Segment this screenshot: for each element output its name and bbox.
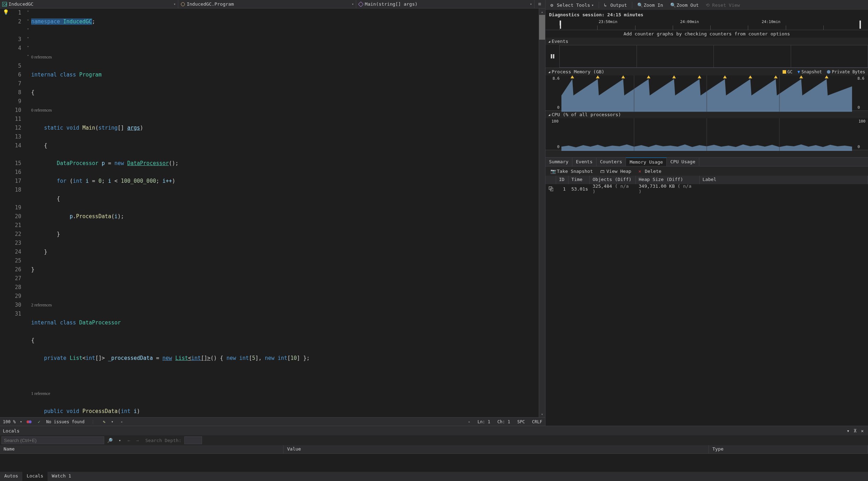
col-id[interactable]: ID: [556, 176, 569, 184]
tab-counters[interactable]: Counters: [597, 158, 626, 166]
cpu-section-header[interactable]: ◢CPU (% of all processors): [545, 111, 868, 118]
check-icon: ✓: [36, 419, 42, 425]
svg-rect-6: [551, 54, 552, 58]
locals-columns: Name Value Type: [0, 445, 868, 454]
search-depth-dropdown[interactable]: [184, 436, 202, 444]
svg-marker-18: [825, 75, 828, 78]
nav-forward-icon[interactable]: →: [134, 438, 141, 443]
editor-status-bar: 100 % ▾ ✓ No issues found | ✎ ▾ ◂ ▸ Ln: …: [0, 417, 545, 426]
search-icon[interactable]: 🔎: [106, 438, 114, 443]
memory-section-header[interactable]: ◢Process Memory (GB) GC ▼Snapshot Privat…: [545, 68, 868, 75]
code-content[interactable]: namespace InducedGC; 0 references intern…: [31, 9, 539, 417]
events-section-header[interactable]: ◢Events: [545, 38, 868, 45]
tab-summary[interactable]: Summary: [545, 158, 572, 166]
delete-button[interactable]: ✕Delete: [636, 168, 663, 175]
reset-view-button[interactable]: ⟲Reset View: [704, 2, 742, 9]
chevron-down-icon[interactable]: ▾: [20, 420, 22, 424]
brush-icon[interactable]: ✎: [101, 419, 107, 425]
col-value[interactable]: Value: [284, 445, 709, 453]
svg-marker-16: [774, 75, 778, 78]
svg-text:C#: C#: [3, 3, 7, 6]
method-icon: [358, 2, 363, 7]
chevron-down-icon: ▾: [174, 2, 176, 6]
zoom-out-button[interactable]: 🔍Zoom Out: [668, 2, 701, 9]
chevron-down-icon: ▾: [530, 2, 532, 6]
fold-gutter[interactable]: ˅ ˅ ˅ ˅ ˅ ˅: [25, 9, 31, 417]
counter-hint: Add counter graphs by checking counters …: [545, 30, 868, 38]
scroll-right-icon[interactable]: ▸: [468, 420, 470, 424]
snapshot-row[interactable]: 1 53.01s 325,484 ( n/a ) 349,731.00 KB (…: [545, 184, 868, 193]
svg-marker-12: [672, 75, 676, 78]
split-editor-button[interactable]: ⊞: [534, 1, 545, 7]
locals-search-bar: 🔎 ▾ ← → Search Depth:: [0, 435, 868, 445]
heap-icon: 🗃: [600, 169, 605, 174]
select-tools-button[interactable]: ⚙Select Tools ▾: [548, 2, 596, 9]
codelens-references[interactable]: 0 references: [31, 53, 52, 62]
svg-rect-7: [553, 54, 554, 58]
indent-mode[interactable]: SPC: [517, 419, 525, 424]
col-type[interactable]: Type: [709, 445, 868, 453]
tab-cpu-usage[interactable]: CPU Usage: [667, 158, 699, 166]
diagnostics-pane: ⚙Select Tools ▾ ↳Output 🔍Zoom In 🔍Zoom O…: [545, 0, 868, 426]
error-summary-icon[interactable]: [26, 419, 32, 425]
scroll-up-icon[interactable]: ▴: [539, 9, 545, 15]
locals-grid[interactable]: [0, 454, 868, 472]
svg-marker-13: [698, 75, 701, 78]
code-editor[interactable]: 💡 12345678910111213141516171819202122232…: [0, 9, 545, 417]
scroll-left-icon[interactable]: ◂: [121, 420, 123, 424]
legend-private-bytes: Private Bytes: [827, 69, 865, 74]
line-ending[interactable]: CRLF: [532, 419, 542, 424]
compare-icon[interactable]: [545, 185, 556, 193]
issues-status[interactable]: No issues found: [46, 419, 84, 424]
codelens-references[interactable]: 0 references: [31, 106, 52, 115]
diagnostics-tabs: Summary Events Counters Memory Usage CPU…: [545, 157, 868, 166]
cpu-chart[interactable]: 100 0 100 0: [545, 118, 868, 150]
col-name[interactable]: Name: [0, 445, 284, 453]
memory-actions: 📷Take Snapshot 🗃View Heap ✕Delete: [545, 166, 868, 176]
nav-method[interactable]: Main(string[] args) ▾: [356, 0, 534, 8]
locals-title: Locals: [3, 428, 845, 434]
search-input[interactable]: [1, 436, 104, 444]
tab-events[interactable]: Events: [572, 158, 597, 166]
view-heap-button[interactable]: 🗃View Heap: [598, 168, 633, 175]
tab-locals[interactable]: Locals: [22, 472, 47, 481]
scroll-down-icon[interactable]: ▾: [539, 411, 545, 417]
pin-icon[interactable]: ⊼: [852, 428, 858, 434]
scroll-thumb[interactable]: [539, 15, 545, 40]
window-options-icon[interactable]: ▾: [845, 428, 851, 434]
csharp-project-icon: C#: [2, 2, 7, 7]
snapshot-table: ID Time Objects (Diff) Heap Size (Diff) …: [545, 176, 868, 426]
memory-chart[interactable]: 8.6 0 8.6 0: [545, 75, 868, 111]
zoom-in-button[interactable]: 🔍Zoom In: [635, 2, 665, 9]
output-button[interactable]: ↳Output: [602, 2, 629, 9]
zoom-in-icon: 🔍: [637, 2, 642, 7]
tab-autos[interactable]: Autos: [0, 472, 22, 481]
tab-memory-usage[interactable]: Memory Usage: [626, 158, 667, 166]
delete-icon: ✕: [638, 169, 643, 174]
nav-class-label: InducedGC.Program: [187, 1, 234, 7]
timeline-ruler[interactable]: 23:50min 24:00min 24:10min: [545, 19, 868, 30]
codelens-references[interactable]: 1 reference: [31, 389, 50, 398]
codelens-references[interactable]: 2 references: [31, 301, 52, 310]
col-time[interactable]: Time: [569, 176, 590, 184]
svg-marker-14: [723, 75, 727, 78]
cursor-char[interactable]: Ch: 1: [497, 419, 510, 424]
take-snapshot-button[interactable]: 📷Take Snapshot: [548, 168, 595, 175]
nav-back-icon[interactable]: ←: [125, 438, 133, 443]
cursor-line[interactable]: Ln: 1: [477, 419, 490, 424]
zoom-level[interactable]: 100 %: [3, 419, 16, 424]
tab-watch[interactable]: Watch 1: [47, 472, 75, 481]
svg-point-5: [29, 420, 32, 423]
search-depth-label: Search Depth:: [145, 438, 181, 443]
close-icon[interactable]: ✕: [859, 428, 865, 434]
chevron-down-icon[interactable]: ▾: [116, 438, 124, 442]
lightbulb-icon[interactable]: 💡: [0, 9, 11, 15]
col-label[interactable]: Label: [700, 176, 868, 184]
vertical-scrollbar[interactable]: ▴ ▾: [539, 9, 545, 417]
collapse-icon: ◢: [548, 40, 550, 43]
nav-project[interactable]: C# InducedGC ▾: [0, 0, 178, 8]
pause-button[interactable]: [545, 45, 560, 68]
nav-class[interactable]: InducedGC.Program ▾: [178, 0, 357, 8]
line-number-gutter: 1234567891011121314151617181920212223242…: [11, 9, 25, 417]
legend-snapshot: ▼Snapshot: [797, 69, 822, 74]
